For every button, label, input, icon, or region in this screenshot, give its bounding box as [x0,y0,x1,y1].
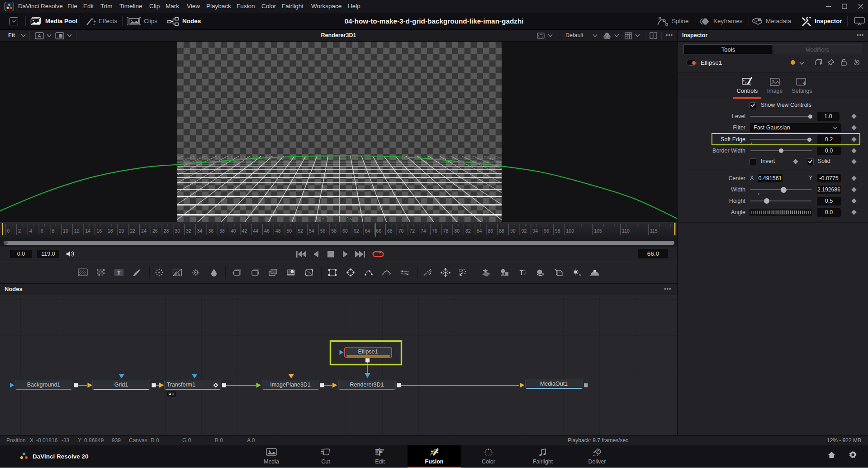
svg-text:82: 82 [465,228,471,234]
svg-text:2: 2 [18,228,21,234]
svg-text:110: 110 [622,228,630,234]
svg-text:96: 96 [544,228,549,234]
svg-text:78: 78 [443,228,449,234]
svg-text:86: 86 [488,228,493,234]
svg-text:T: T [117,270,121,276]
svg-text:10: 10 [63,228,68,234]
svg-text:80: 80 [454,228,460,234]
svg-text:50: 50 [287,228,292,234]
svg-text:6: 6 [41,228,43,234]
svg-text:28: 28 [164,228,169,234]
svg-text:88: 88 [499,228,504,234]
svg-text:62: 62 [354,228,359,234]
svg-text:34: 34 [197,228,203,234]
svg-text:48: 48 [275,228,281,234]
svg-text:32: 32 [186,228,191,234]
svg-text:16: 16 [96,228,102,234]
svg-text:40: 40 [231,228,236,234]
svg-text:56: 56 [320,228,326,234]
svg-text:74: 74 [421,228,426,234]
svg-text:4: 4 [29,228,32,234]
svg-text:26: 26 [152,228,158,234]
svg-text:14: 14 [85,228,91,234]
svg-text:58: 58 [331,228,337,234]
svg-text:100: 100 [566,228,574,234]
svg-text:54: 54 [309,228,314,234]
svg-text:68: 68 [387,228,393,234]
svg-text:70: 70 [398,228,404,234]
svg-text:84: 84 [477,228,482,234]
svg-text:76: 76 [432,228,437,234]
svg-text:46: 46 [264,228,270,234]
svg-text:22: 22 [130,228,135,234]
svg-text:20: 20 [119,228,124,234]
svg-text:0: 0 [7,228,10,234]
svg-text:66: 66 [376,228,381,234]
svg-text:64: 64 [365,228,370,234]
svg-text:90: 90 [510,228,516,234]
svg-text:92: 92 [522,228,527,234]
svg-text:12: 12 [74,228,80,234]
svg-text:30: 30 [175,228,180,234]
svg-text:94: 94 [532,228,538,234]
svg-text:115: 115 [650,228,658,234]
svg-text:60: 60 [342,228,348,234]
svg-text:52: 52 [298,228,303,234]
svg-text:44: 44 [253,228,258,234]
svg-text:T: T [520,269,524,276]
svg-text:36: 36 [209,228,214,234]
svg-text:8: 8 [52,228,54,234]
svg-text:24: 24 [141,228,147,234]
svg-text:72: 72 [409,228,415,234]
svg-text:105: 105 [594,228,602,234]
svg-text:98: 98 [555,228,560,234]
svg-text:18: 18 [108,228,113,234]
svg-text:38: 38 [219,228,225,234]
svg-text:42: 42 [242,228,247,234]
